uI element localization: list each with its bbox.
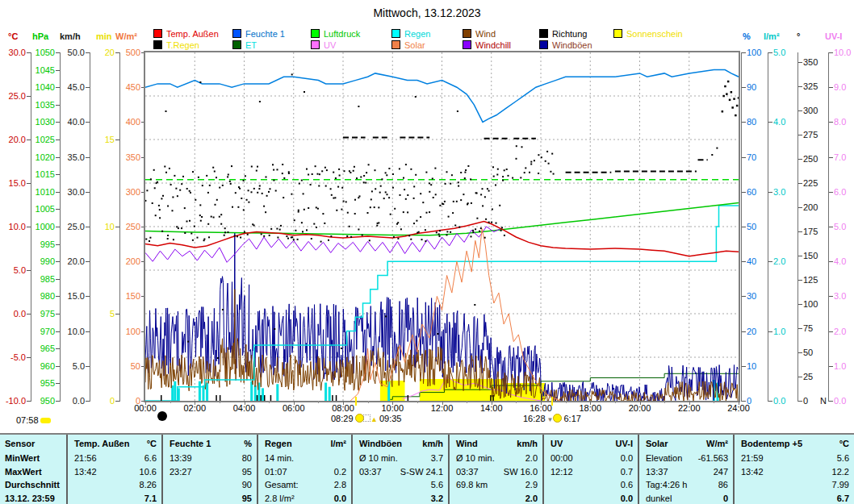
series-direction-dot [331, 194, 333, 196]
axis-tick-label-hpa: 1000 [21, 222, 55, 231]
series-direction-dot [370, 206, 371, 208]
series-direction-dot [381, 178, 383, 180]
series-direction-dot [367, 212, 369, 214]
series-direction-dot [356, 177, 358, 179]
series-direction-dot [273, 169, 274, 171]
series-direction-dot [291, 236, 293, 238]
table-cell-value: 6.7 [837, 492, 849, 504]
window-icon [363, 414, 370, 422]
series-rain-bar [276, 384, 278, 401]
axis-tick-label-deg: 250 [803, 154, 837, 164]
table-data-row: 01:070.2 [263, 465, 346, 478]
series-direction-dot [219, 187, 220, 189]
series-direction-dot [496, 223, 497, 224]
series-direction-dot [266, 177, 267, 178]
table-cell-value: 6.6 [144, 452, 157, 464]
stats-table: SensorMinWertMaxWertDurchschnitt13.12. 2… [0, 433, 854, 504]
table-cell-value: 247 [714, 465, 728, 478]
axis-tick-label-kmh: 30.0 [51, 187, 85, 197]
axis-tick-label-hpa: 990 [21, 256, 55, 266]
axis-tick-kmh [86, 331, 90, 332]
series-direction-dot [283, 197, 284, 198]
axis-tick-deg [798, 377, 802, 377]
series-direction-dot [224, 231, 226, 233]
series-direction-dot [463, 194, 464, 195]
series-direction-dot [410, 169, 412, 170]
time-label: 24:00 [721, 403, 756, 413]
table-cell-value: 0.0 [621, 452, 633, 464]
series-direction-dot [277, 237, 278, 239]
series-direction-dot [735, 115, 737, 117]
axis-tick-label-hpa: 975 [21, 309, 55, 319]
axis-tick-hpa [56, 105, 60, 106]
series-direction-dot [426, 212, 428, 214]
table-data-row: Ø 10 min.2.0 [454, 452, 538, 464]
series-direction-dot [343, 201, 345, 202]
series-direction-dot [182, 176, 184, 177]
series-direction-dot [215, 204, 216, 206]
table-header-row: UVUV-I [549, 437, 633, 450]
series-direction-dot [387, 194, 388, 195]
series-direction-dot [439, 230, 441, 231]
series-direction-dot [363, 181, 365, 183]
table-data-row: 13:4210.6 [73, 465, 157, 478]
axis-tick-deg [798, 231, 802, 232]
time-label: 14:00 [474, 403, 509, 413]
table-cell-value: 3.2 [431, 492, 443, 504]
table-row-label: 13.12. 23:59 [5, 492, 61, 504]
table-data-row: 00:000.0 [549, 452, 633, 464]
series-direction-dot [407, 211, 408, 213]
series-direction-dot [248, 202, 249, 203]
table-data-row: 14 min. [263, 452, 346, 464]
series-direction-dot [504, 169, 505, 171]
axis-tick-deg [798, 207, 802, 208]
series-direction-dot [512, 177, 513, 179]
series-direction-dot [464, 172, 466, 173]
table-cell-time: 14 min. [265, 452, 294, 464]
series-direction-dot [341, 348, 342, 349]
series-train-tick [408, 395, 409, 401]
series-direction-dot [256, 170, 257, 172]
series-direction-dot [480, 194, 482, 195]
series-direction-dot [259, 101, 261, 102]
series-direction-dot [354, 166, 355, 168]
series-direction-dot [243, 180, 245, 181]
series-direction-dot [280, 225, 282, 227]
axis-tick-label-hpa: 1030 [21, 117, 55, 127]
series-direction-dot [378, 222, 379, 223]
table-cell-value: 7.1 [144, 492, 157, 504]
series-direction-dot [370, 198, 372, 200]
series-direction-dot [432, 178, 433, 180]
series-direction-dot [354, 199, 356, 201]
series-direction-dot [736, 105, 739, 107]
axis-tick-deg [798, 352, 802, 353]
series-direction-dot [534, 160, 535, 161]
series-direction-dot [472, 230, 474, 231]
series-train-tick [260, 395, 262, 401]
table-cell-time: 13:42 [74, 465, 97, 478]
series-direction-dot [228, 174, 229, 176]
series-direction-dot [471, 235, 472, 237]
series-direction-dot [454, 225, 456, 227]
series-direction-dot [413, 223, 415, 224]
table-col-name: UV [550, 437, 563, 450]
series-direction-dot [529, 172, 530, 173]
axis-tick-pct [742, 331, 746, 332]
axis-tick-deg [798, 86, 802, 87]
series-direction-dot [341, 187, 343, 189]
series-direction-dot [261, 233, 262, 235]
series-direction-dot [173, 239, 174, 240]
series-direction-dot [429, 211, 430, 213]
series-direction-dot [317, 173, 319, 175]
table-data-row: 03:37S-SW 24.1 [358, 465, 443, 478]
series-direction-dot [358, 229, 359, 231]
series-direction-dot [315, 165, 316, 167]
series-direction-dot [187, 341, 189, 343]
axis-tick-label-hpa: 995 [21, 240, 55, 249]
table-col-unit: UV-I [616, 437, 633, 450]
series-direction-dot [726, 93, 728, 95]
series-rain-bar [206, 383, 208, 402]
axis-tick-label-wm2: 150 [107, 291, 140, 301]
axis-tick-label-hpa: 1020 [21, 152, 55, 162]
table-cell-time: 03:37 [456, 465, 479, 478]
